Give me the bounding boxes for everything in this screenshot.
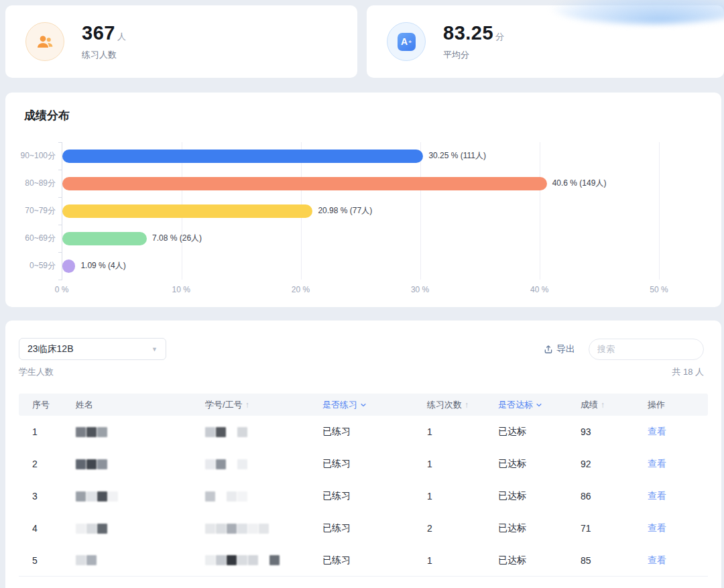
- export-icon: [544, 345, 553, 354]
- average-score-value: 83.25分: [443, 22, 505, 44]
- student-id-redacted: [205, 491, 322, 502]
- practice-count-value: 367人: [82, 22, 126, 44]
- category-label: 90~100分: [21, 150, 56, 162]
- column-header: 姓名: [76, 399, 205, 411]
- score: 71: [581, 523, 648, 534]
- x-tick-label: 0 %: [55, 285, 69, 294]
- practiced-status: 已练习: [322, 426, 427, 438]
- chevron-down-icon[interactable]: [536, 402, 542, 408]
- x-tick-label: 50 %: [650, 285, 668, 294]
- bar-70~79分: [62, 204, 312, 218]
- row-index: 4: [32, 523, 76, 534]
- table-subbar: 学生人数 共 18 人: [19, 366, 704, 378]
- table-row: 4已练习2已达标71查看: [19, 512, 708, 544]
- average-score-unit: 分: [495, 32, 505, 42]
- student-name-redacted: [76, 459, 205, 469]
- bar-chart-plot: 90~100分30.25 % (111人)80~89分40.6 % (149人)…: [62, 142, 659, 280]
- practice-count-card: 367人 练习人数: [5, 5, 357, 78]
- table-row: 1已练习1已达标93查看: [19, 416, 708, 448]
- attempt-count: 1: [427, 491, 498, 502]
- search-input[interactable]: [597, 344, 715, 354]
- student-name-redacted: [76, 555, 205, 565]
- sort-asc-icon[interactable]: ↑: [601, 400, 605, 410]
- practiced-status: 已练习: [322, 554, 427, 567]
- bar-90~100分: [62, 150, 423, 163]
- grade-a-icon: A+: [387, 22, 426, 61]
- student-count-label: 学生人数: [19, 366, 54, 378]
- student-id-redacted: [205, 524, 322, 534]
- column-header[interactable]: 是否练习: [322, 399, 427, 411]
- student-name-redacted: [76, 427, 205, 437]
- column-header: 序号: [32, 399, 76, 411]
- chevron-down-icon: ▼: [152, 346, 158, 353]
- score: 86: [581, 491, 648, 502]
- column-header: 操作: [648, 399, 708, 411]
- column-header[interactable]: 是否达标: [498, 399, 581, 411]
- export-label: 导出: [556, 343, 575, 355]
- sort-asc-icon[interactable]: ↑: [465, 400, 469, 410]
- student-name-redacted: [76, 491, 205, 502]
- view-link[interactable]: 查看: [648, 426, 666, 436]
- bar-0~59分: [62, 259, 75, 273]
- student-table-card: 23临床12B ▼ 导出 学生人数 共 18 人 序号姓名学号/工号↑是否练习练…: [5, 320, 721, 588]
- score: 85: [581, 555, 648, 566]
- chart-x-axis: 0 %10 %20 %30 %40 %50 %: [62, 285, 659, 296]
- bar-row: 80~89分40.6 % (149人): [62, 170, 659, 197]
- table-header-row: 序号姓名学号/工号↑是否练习练习次数↑是否达标成绩↑操作: [19, 394, 708, 416]
- search-box[interactable]: [589, 339, 704, 360]
- average-score-card: A+ 83.25分 平均分: [367, 5, 724, 78]
- column-header[interactable]: 练习次数↑: [427, 399, 498, 411]
- row-index: 1: [32, 426, 76, 437]
- score: 93: [581, 426, 648, 437]
- student-id-redacted: [205, 459, 322, 469]
- x-tick-label: 10 %: [172, 285, 190, 294]
- class-select-value: 23临床12B: [27, 343, 73, 355]
- view-link[interactable]: 查看: [648, 490, 666, 501]
- bar-value-label: 7.08 % (26人): [152, 233, 202, 244]
- standard-status: 已达标: [498, 490, 581, 502]
- table-body: 1已练习1已达标93查看2已练习1已达标92查看3已练习1已达标86查看4已练习…: [19, 416, 708, 577]
- chart-title: 成绩分布: [24, 108, 70, 123]
- average-score-label: 平均分: [443, 49, 505, 61]
- view-link[interactable]: 查看: [648, 522, 666, 533]
- attempt-count: 1: [427, 426, 498, 437]
- student-id-redacted: [205, 555, 322, 565]
- table-row: 2已练习1已达标92查看: [19, 448, 708, 480]
- bar-value-label: 1.09 % (4人): [80, 260, 125, 272]
- chevron-down-icon[interactable]: [360, 402, 367, 408]
- category-label: 0~59分: [29, 260, 56, 272]
- x-tick-label: 40 %: [530, 285, 548, 294]
- class-select-dropdown[interactable]: 23临床12B ▼: [19, 338, 166, 360]
- practice-count-label: 练习人数: [82, 49, 126, 61]
- bar-80~89分: [62, 177, 547, 190]
- student-table: 序号姓名学号/工号↑是否练习练习次数↑是否达标成绩↑操作 1已练习1已达标93查…: [19, 394, 708, 577]
- attempt-count: 1: [427, 459, 498, 469]
- table-toolbar: 23临床12B ▼ 导出: [19, 338, 704, 360]
- standard-status: 已达标: [498, 458, 581, 470]
- row-index: 5: [32, 555, 76, 566]
- column-header[interactable]: 学号/工号↑: [205, 399, 322, 411]
- row-index: 3: [32, 491, 76, 502]
- bar-60~69分: [62, 232, 147, 245]
- sort-asc-icon[interactable]: ↑: [245, 400, 249, 410]
- stat-cards-row: 367人 练习人数 A+ 83.25分 平均分: [5, 5, 724, 78]
- row-index: 2: [32, 459, 76, 469]
- total-count: 共 18 人: [672, 366, 704, 378]
- column-header[interactable]: 成绩↑: [581, 399, 648, 411]
- standard-status: 已达标: [498, 522, 581, 534]
- category-label: 80~89分: [25, 178, 56, 189]
- practiced-status: 已练习: [322, 522, 427, 534]
- practice-count-unit: 人: [117, 32, 127, 42]
- bar-value-label: 20.98 % (77人): [318, 205, 372, 217]
- student-name-redacted: [76, 524, 205, 534]
- category-label: 70~79分: [25, 205, 56, 217]
- bar-value-label: 30.25 % (111人): [428, 150, 486, 162]
- export-button[interactable]: 导出: [544, 343, 575, 355]
- x-tick-label: 20 %: [292, 285, 310, 294]
- standard-status: 已达标: [498, 426, 581, 438]
- table-row: 3已练习1已达标86查看: [19, 480, 708, 512]
- practiced-status: 已练习: [322, 458, 427, 470]
- attempt-count: 2: [427, 523, 498, 534]
- view-link[interactable]: 查看: [648, 458, 666, 469]
- view-link[interactable]: 查看: [648, 554, 666, 565]
